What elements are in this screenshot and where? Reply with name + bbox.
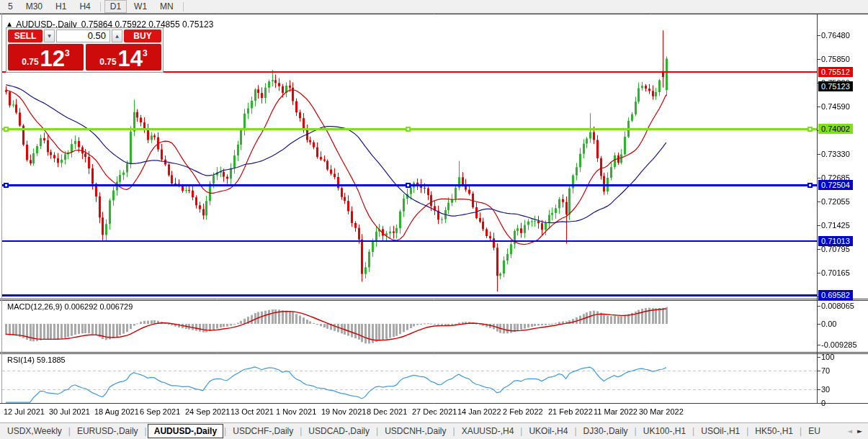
symbol-tab[interactable]: USDX,Weekly xyxy=(1,424,68,438)
volume-increase-button[interactable]: ▲ xyxy=(112,30,122,42)
date-label: 14 Jan 2022 xyxy=(457,407,501,416)
macd-scale-label: 0.008065 xyxy=(821,302,854,310)
toolbar-separator xyxy=(100,2,101,12)
symbol-tab[interactable]: EU xyxy=(802,424,826,438)
toolbar-separator xyxy=(183,2,184,12)
date-label: 2 Feb 2022 xyxy=(503,407,543,416)
rsi-scale-label: 100 xyxy=(821,353,834,361)
sell-price-pipette: 3 xyxy=(65,48,70,58)
terminal-screen: 5 M30 H1 H4 D1 W1 MN ▲ AUDUSD-,Daily 0.7… xyxy=(0,0,868,439)
symbol-tab[interactable]: UKOil-,H4 xyxy=(523,424,573,438)
price-tick-label: 0.74590 xyxy=(821,102,850,111)
buy-price-pips: 14 xyxy=(118,47,143,71)
price-level-chip[interactable]: 0.69582 xyxy=(818,290,853,300)
chart-window: ▲ AUDUSD-,Daily 0.75864 0.75922 0.74855 … xyxy=(0,14,868,422)
price-tick-label: 0.70795 xyxy=(821,245,850,253)
price-tick-label: 0.75850 xyxy=(821,55,850,63)
tf-mn[interactable]: MN xyxy=(154,0,179,13)
sell-price-prefix: 0.75 xyxy=(22,57,38,67)
symbol-tab[interactable]: UK100-,H1 xyxy=(637,424,692,438)
price-tick-label: 0.76480 xyxy=(821,31,850,40)
macd-scale-label: -0.009285 xyxy=(821,340,857,349)
price-level-chip[interactable]: 0.74002 xyxy=(818,124,853,134)
timeframe-toolbar: 5 M30 H1 H4 D1 W1 MN xyxy=(0,0,868,14)
tf-m5[interactable]: 5 xyxy=(2,0,19,13)
date-label: 30 Mar 2022 xyxy=(639,407,684,416)
price-tick-label: 0.72055 xyxy=(821,197,850,206)
price-tick-label: 0.71425 xyxy=(821,221,850,230)
macd-label: MACD(12,26,9) 0.006292 0.006729 xyxy=(7,302,133,311)
date-label: 6 Sep 2021 xyxy=(140,407,180,416)
symbol-tab[interactable]: EURUSD-,Daily xyxy=(71,424,144,438)
date-label: 24 Sep 2021 xyxy=(185,407,230,416)
price-level-chip[interactable]: 0.71013 xyxy=(818,236,853,246)
buy-button[interactable]: BUY xyxy=(124,30,161,42)
price-level-chip[interactable]: 0.75512 xyxy=(818,67,853,77)
date-label: 21 Feb 2022 xyxy=(548,407,593,416)
price-tick-label: 0.73330 xyxy=(821,150,850,158)
buy-price-pipette: 3 xyxy=(143,48,148,58)
buy-price-prefix: 0.75 xyxy=(99,57,116,67)
rsi-scale-label: 0 xyxy=(821,399,826,407)
symbol-tab[interactable]: USDCHF-,Daily xyxy=(227,424,299,438)
symbol-tab[interactable]: USDCAD-,Daily xyxy=(303,424,375,438)
date-label: 1 Nov 2021 xyxy=(276,407,316,416)
date-label: 27 Dec 2021 xyxy=(412,407,457,416)
volume-decrease-button[interactable]: ▼ xyxy=(44,30,55,42)
rsi-label: RSI(14) 59.1885 xyxy=(7,356,66,364)
date-label: 11 Mar 2022 xyxy=(594,407,637,416)
symbol-tab-bar: USDX,Weekly|EURUSD-,Daily|AUDUSD-,Daily|… xyxy=(0,422,868,439)
price-level-chip[interactable]: 0.72504 xyxy=(818,180,853,190)
sell-price-box[interactable]: 0.75 12 3 xyxy=(8,44,84,71)
symbol-tab[interactable]: HK50-,H1 xyxy=(749,424,799,438)
symbol-tab[interactable]: DJ30-,Daily xyxy=(578,424,634,438)
tf-m30[interactable]: M30 xyxy=(20,0,48,13)
macd-scale-label: 0.00 xyxy=(821,320,836,328)
rsi-scale-label: 70 xyxy=(821,366,830,375)
tf-h1[interactable]: H1 xyxy=(50,0,72,13)
date-label: 13 Oct 2021 xyxy=(231,407,274,416)
tf-h4[interactable]: H4 xyxy=(73,0,96,13)
price-tick-label: 0.70165 xyxy=(821,268,850,277)
current-price-chip: 0.75123 xyxy=(818,81,853,91)
sell-price-pips: 12 xyxy=(40,47,65,71)
date-label: 19 Nov 2021 xyxy=(321,407,366,416)
volume-input[interactable]: 0.50 xyxy=(56,30,110,42)
symbol-tab[interactable]: USOil-,H1 xyxy=(695,424,746,438)
rsi-scale-label: 30 xyxy=(821,385,830,394)
chart-canvas[interactable] xyxy=(0,14,868,422)
tf-w1[interactable]: W1 xyxy=(128,0,153,13)
date-label: 18 Aug 2021 xyxy=(94,407,139,416)
one-click-trade-panel: SELL ▼ 0.50 ▲ BUY 0.75 12 3 0.75 14 3 xyxy=(6,27,164,73)
tf-d1[interactable]: D1 xyxy=(104,0,127,13)
tabs-scroll-right-icon[interactable]: ► xyxy=(857,427,862,435)
tabs-scroll-left-icon[interactable]: ◄ xyxy=(847,427,852,435)
symbol-tab[interactable]: AUDUSD-,Daily xyxy=(148,424,223,438)
symbol-tab[interactable]: XAUUSD-,H4 xyxy=(456,424,520,438)
date-label: 12 Jul 2021 xyxy=(4,407,45,416)
collapse-trade-panel-icon[interactable]: ▲ xyxy=(7,21,12,27)
buy-price-box[interactable]: 0.75 14 3 xyxy=(86,44,161,71)
sell-button[interactable]: SELL xyxy=(8,30,42,42)
date-label: 30 Jul 2021 xyxy=(49,407,90,416)
date-label: 8 Dec 2021 xyxy=(367,407,407,416)
symbol-tab[interactable]: USDCNH-,Daily xyxy=(379,424,452,438)
